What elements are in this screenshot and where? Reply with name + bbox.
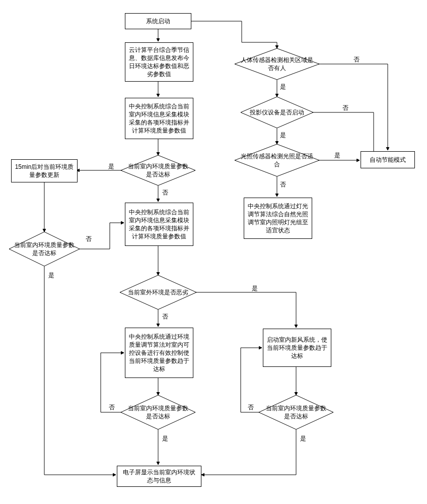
- edge-label-no: 否: [280, 180, 286, 189]
- node-indoor-ok-4: 当前室内环境质量参数是否达标: [259, 395, 333, 429]
- node-text: 云计算平台综合季节信息、数据库信息发布今日环境达标参数值和恶劣参数值: [128, 46, 190, 79]
- node-start: 系统启动: [125, 13, 191, 29]
- edge-label-yes: 是: [300, 434, 306, 443]
- node-display: 电子屏显示当前室内环境状态与信息: [117, 466, 201, 487]
- edge-label-yes: 是: [108, 162, 114, 171]
- flowchart-canvas: 系统启动 云计算平台综合季节信息、数据库信息发布今日环境达标参数值和恶劣参数值 …: [0, 0, 427, 504]
- node-text: 人体传感器检测相关区域是否有人: [235, 56, 319, 72]
- node-human-sensor: 人体传感器检测相关区域是否有人: [235, 48, 319, 80]
- edge-label-no: 否: [162, 312, 168, 321]
- edge-label-no: 否: [109, 403, 115, 412]
- node-projector: 投影仪设备是否启动: [241, 97, 313, 128]
- edge-label-no: 否: [162, 188, 168, 197]
- node-fresh-air: 启动室内新风系统，使当前环境质量参数趋于达标: [263, 329, 331, 367]
- node-text: 当前室内环境质量参数是否达标: [259, 404, 333, 420]
- node-text: 当前室内环境质量参数是否达标: [121, 404, 195, 420]
- node-text: 投影仪设备是否启动: [245, 108, 309, 116]
- node-text: 当前室外环境是否恶劣: [123, 288, 193, 296]
- node-text: 15min后对当前环境质量参数更新: [15, 163, 74, 179]
- edge-label-no: 否: [342, 104, 348, 112]
- node-text: 中央控制系统通过灯光调节算法综合自然光照调节室内照明灯光组至适宜状态: [247, 202, 309, 235]
- edge-label-yes: 是: [334, 151, 340, 160]
- node-indoor-ok-2: 当前室内环境质量参数是否达标: [9, 232, 80, 266]
- node-text: 中央控制系统通过环境质量调节算法对室内可控设备进行有效控制使当前环境质量参数趋于…: [128, 333, 190, 373]
- node-text: 中央控制系统综合当前室内环境信息采集模块采集的各项环境指标并计算环境质量参数值: [128, 102, 190, 135]
- node-cloud: 云计算平台综合季节信息、数据库信息发布今日环境达标参数值和恶劣参数值: [125, 42, 193, 82]
- edge-label-yes: 是: [252, 284, 258, 293]
- node-text: 自动节能模式: [370, 156, 406, 164]
- node-auto-eco: 自动节能模式: [361, 151, 415, 168]
- node-central2: 中央控制系统综合当前室内环境信息采集模块采集的各项环境指标并计算环境质量参数值: [125, 203, 193, 246]
- node-indoor-ok-3: 当前室内环境质量参数是否达标: [121, 395, 195, 429]
- edge-label-no: 否: [248, 403, 254, 412]
- edge-label-yes: 是: [48, 271, 54, 280]
- node-wait-15: 15min后对当前环境质量参数更新: [11, 159, 78, 182]
- edge-label-no: 否: [86, 235, 92, 243]
- node-text: 启动室内新风系统，使当前环境质量参数趋于达标: [266, 336, 328, 360]
- node-env-adjust: 中央控制系统通过环境质量调节算法对室内可控设备进行有效控制使当前环境质量参数趋于…: [125, 328, 193, 378]
- node-text: 当前室内环境质量参数是否达标: [121, 162, 195, 178]
- node-central1: 中央控制系统综合当前室内环境信息采集模块采集的各项环境指标并计算环境质量参数值: [125, 98, 193, 139]
- edge-label-yes: 是: [280, 83, 286, 91]
- node-indoor-ok-1: 当前室内环境质量参数是否达标: [121, 155, 195, 185]
- edge-label-yes: 是: [280, 131, 286, 140]
- node-text: 中央控制系统综合当前室内环境信息采集模块采集的各项环境指标并计算环境质量参数值: [128, 208, 190, 241]
- node-light-ok: 光照传感器检测光照是否适合: [235, 144, 319, 176]
- node-text: 系统启动: [146, 17, 170, 25]
- node-light-adjust: 中央控制系统通过灯光调节算法综合自然光照调节室内照明灯光组至适宜状态: [244, 198, 312, 239]
- node-text: 光照传感器检测光照是否适合: [235, 152, 319, 168]
- node-text: 电子屏显示当前室内环境状态与信息: [120, 468, 198, 484]
- edge-label-no: 否: [353, 55, 360, 64]
- edge-label-yes: 是: [162, 434, 168, 443]
- node-text: 当前室内环境质量参数是否达标: [9, 241, 80, 257]
- node-outdoor-bad: 当前室外环境是否恶劣: [120, 275, 196, 309]
